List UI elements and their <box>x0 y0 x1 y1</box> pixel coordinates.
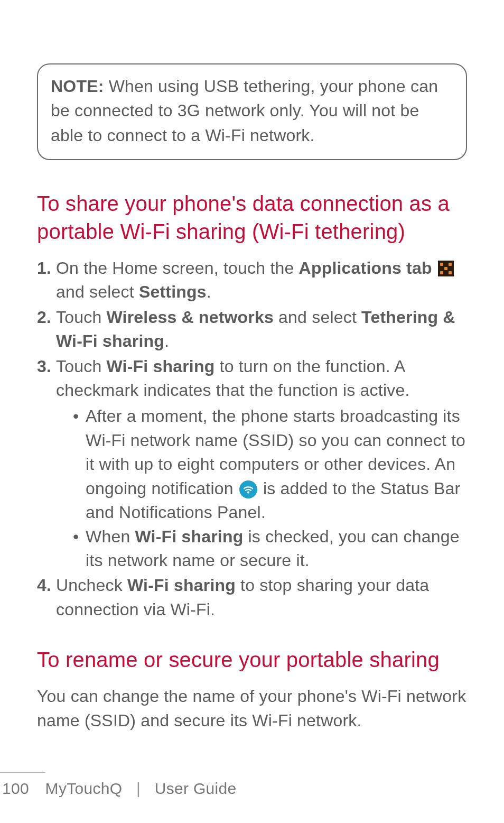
doc-name: User Guide <box>155 780 237 797</box>
step-text: Uncheck <box>56 576 127 595</box>
note-text: When using USB tethering, your phone can… <box>51 77 438 145</box>
page-footer: 100 MyTouchQ | User Guide <box>0 780 504 798</box>
body-text: You can change the name of your phone's … <box>37 685 467 733</box>
section-heading-share: To share your phone's data connection as… <box>37 190 467 246</box>
note-box: NOTE: When using USB tethering, your pho… <box>37 63 467 160</box>
svg-point-0 <box>247 491 249 493</box>
footer-rule <box>0 772 45 773</box>
applications-tab-bold: Applications tab <box>299 258 432 278</box>
step-text: and select <box>274 308 361 327</box>
page-number: 100 <box>2 780 29 798</box>
step-1: 1. On the Home screen, touch the Applica… <box>37 256 467 304</box>
wifi-hotspot-icon <box>239 480 257 498</box>
settings-bold: Settings <box>139 282 207 301</box>
step-number: 3. <box>37 355 51 378</box>
step-text: Touch <box>56 357 106 376</box>
sub-list: After a moment, the phone starts broadca… <box>69 404 467 572</box>
section-heading-rename: To rename or secure your portable sharin… <box>37 646 467 674</box>
wifi-sharing-bold: Wi-Fi sharing <box>106 357 214 376</box>
step-3: 3. Touch Wi-Fi sharing to turn on the fu… <box>37 355 467 573</box>
step-text: Touch <box>56 308 106 327</box>
sub-item-change: When Wi-Fi sharing is checked, you can c… <box>69 525 467 573</box>
step-2: 2. Touch Wireless & networks and select … <box>37 306 467 354</box>
step-text: . <box>207 282 211 301</box>
footer-separator: | <box>136 780 141 797</box>
step-text: . <box>164 331 169 350</box>
step-number: 1. <box>37 256 51 280</box>
step-4: 4. Uncheck Wi-Fi sharing to stop sharing… <box>37 574 467 622</box>
wifi-sharing-bold: Wi-Fi sharing <box>127 576 236 595</box>
step-number: 4. <box>37 574 51 597</box>
sub-text: When <box>86 527 135 546</box>
wifi-sharing-bold: Wi-Fi sharing <box>135 527 243 546</box>
applications-tab-icon <box>438 261 454 276</box>
step-number: 2. <box>37 306 51 329</box>
sub-item-broadcast: After a moment, the phone starts broadca… <box>69 404 467 524</box>
note-label: NOTE: <box>51 77 104 96</box>
product-name: MyTouchQ <box>45 780 123 797</box>
steps-list: 1. On the Home screen, touch the Applica… <box>37 256 467 622</box>
step-text: On the Home screen, touch the <box>56 258 299 278</box>
page: NOTE: When using USB tethering, your pho… <box>0 0 504 823</box>
step-text: and select <box>56 282 139 301</box>
wireless-networks-bold: Wireless & networks <box>106 308 274 327</box>
